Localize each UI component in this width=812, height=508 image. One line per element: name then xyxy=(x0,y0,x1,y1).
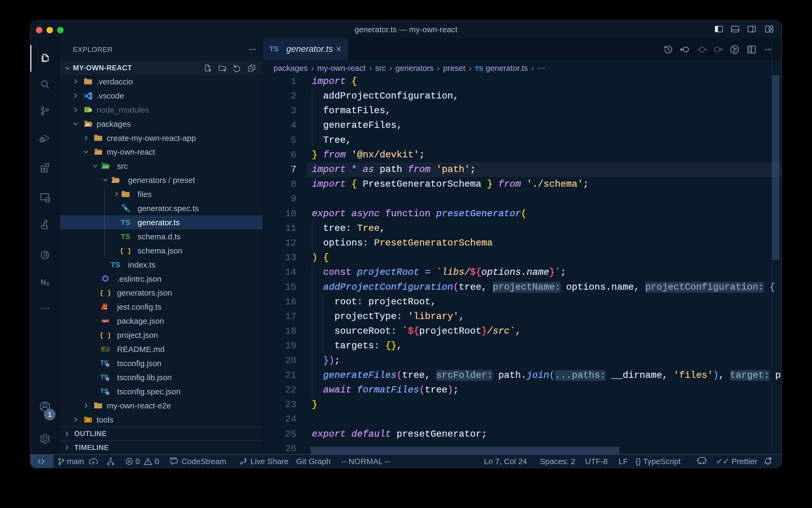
svg-text:{ }: { } xyxy=(101,290,110,297)
svg-text:{ }: { } xyxy=(101,332,110,339)
svg-text:TS: TS xyxy=(126,209,130,213)
svg-text:TS: TS xyxy=(121,232,130,241)
svg-text:TS: TS xyxy=(111,261,120,269)
svg-text:{ }: { } xyxy=(121,248,130,255)
svg-text:JS: JS xyxy=(88,109,92,112)
svg-text:</>: </> xyxy=(103,166,108,169)
svg-text:≥: ≥ xyxy=(46,281,49,287)
svg-text:N: N xyxy=(41,278,46,286)
svg-text:npm: npm xyxy=(103,320,108,323)
svg-text:TS: TS xyxy=(121,218,130,226)
